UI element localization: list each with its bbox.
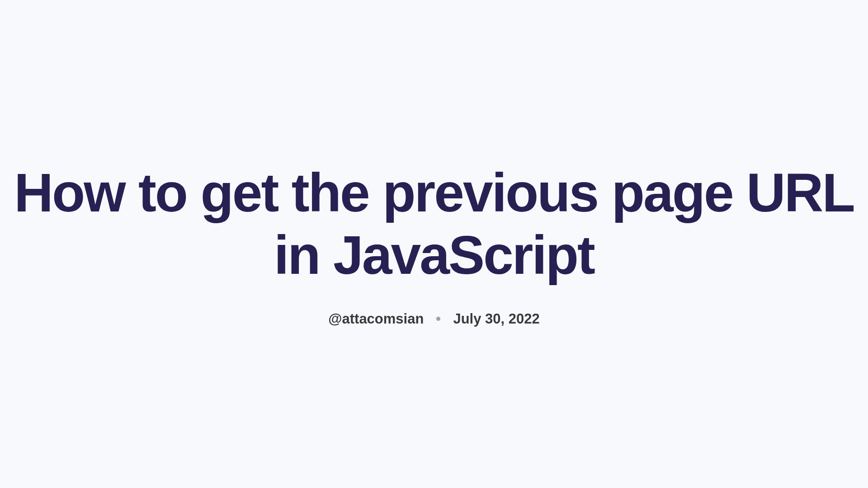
separator-dot-icon bbox=[436, 317, 440, 321]
article-title: How to get the previous page URL in Java… bbox=[0, 161, 868, 286]
article-header: How to get the previous page URL in Java… bbox=[0, 161, 868, 327]
author-handle: @attacomsian bbox=[328, 311, 424, 327]
publish-date: July 30, 2022 bbox=[453, 311, 539, 327]
article-meta: @attacomsian July 30, 2022 bbox=[328, 311, 539, 327]
